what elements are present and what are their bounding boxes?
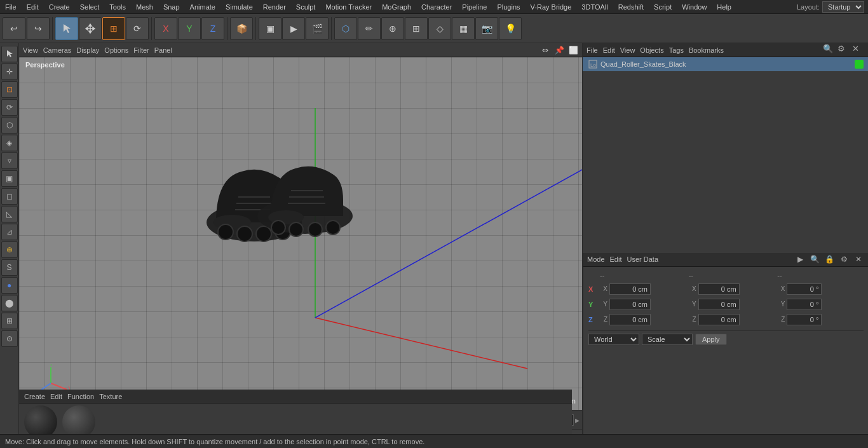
sb-tool10-btn[interactable]: ● [1, 277, 18, 294]
sb-tool4-btn[interactable]: ▣ [1, 170, 18, 187]
mode-select-btn[interactable] [55, 17, 78, 40]
viewport-canvas[interactable]: Perspective [19, 57, 582, 410]
menu-mesh[interactable]: Mesh [131, 2, 158, 12]
obj-menu-view[interactable]: View [620, 46, 635, 54]
vp-menu-cameras[interactable]: Cameras [43, 46, 72, 54]
menu-help[interactable]: Help [712, 2, 736, 12]
menu-tools[interactable]: Tools [104, 2, 131, 12]
world-dropdown[interactable]: World Object [588, 334, 639, 345]
vp-menu-view[interactable]: View [23, 46, 38, 54]
menu-mograph[interactable]: MoGraph [377, 2, 416, 12]
obj-menu-objects[interactable]: Objects [640, 46, 663, 54]
sb-tool11-btn[interactable]: ⬤ [1, 295, 18, 311]
coord-rot-y-input[interactable] [787, 299, 822, 310]
menu-simulate[interactable]: Simulate [220, 2, 258, 12]
sb-tool3-btn[interactable]: ▿ [1, 153, 18, 169]
menu-snap[interactable]: Snap [158, 2, 185, 12]
sb-tool8-btn[interactable]: ⊛ [1, 241, 18, 258]
timeline-expand-btn[interactable]: ▸ [575, 415, 580, 425]
layout-dropdown[interactable]: Startup [822, 1, 864, 13]
sb-tool5-btn[interactable]: ◻ [1, 188, 18, 205]
attr-menu-userdata[interactable]: User Data [627, 255, 659, 263]
coord-size-x-input[interactable] [698, 283, 740, 295]
view-poly-btn[interactable]: ◇ [428, 17, 451, 40]
vp-menu-display[interactable]: Display [76, 46, 99, 54]
sb-tool6-btn[interactable]: ◺ [1, 206, 18, 222]
obj-search-btn[interactable]: 🔍 [823, 44, 836, 57]
attr-ico-search[interactable]: 🔍 [808, 253, 821, 266]
view-uv-btn[interactable]: ▦ [452, 17, 475, 40]
sb-select-btn[interactable] [1, 46, 18, 62]
vp-icon-maximize[interactable]: ⬜ [568, 45, 578, 55]
undo-button[interactable]: ↩ [3, 17, 25, 40]
vp-menu-panel[interactable]: Panel [154, 46, 172, 54]
obj-menu-tags[interactable]: Tags [669, 46, 684, 54]
menu-sculpt[interactable]: Sculpt [291, 2, 321, 12]
axis-y-btn[interactable]: Y [178, 17, 201, 40]
mode-move-btn[interactable] [79, 17, 102, 40]
menu-redshift[interactable]: Redshift [613, 2, 649, 12]
scale-dropdown[interactable]: Scale [642, 334, 693, 345]
attr-ico-lock[interactable]: 🔒 [823, 253, 836, 266]
sb-scale-btn[interactable]: ⊡ [1, 81, 18, 98]
obj-close-btn[interactable]: ✕ [852, 44, 865, 57]
coord-rot-z-input[interactable] [787, 314, 822, 325]
sb-tool2-btn[interactable]: ◈ [1, 135, 18, 151]
mat-menu-texture[interactable]: Texture [99, 393, 122, 400]
coord-size-z-input[interactable] [698, 314, 740, 325]
view-grid-btn[interactable]: ⊞ [405, 17, 428, 40]
menu-pipeline[interactable]: Pipeline [457, 2, 492, 12]
obj-menu-edit[interactable]: Edit [603, 46, 615, 54]
mat-thumb-1[interactable] [24, 405, 57, 438]
axis-z-btn[interactable]: Z [201, 17, 224, 40]
sb-tool12-btn[interactable]: ⊞ [1, 313, 18, 329]
menu-file[interactable]: File [0, 2, 22, 12]
obj-menu-file[interactable]: File [587, 46, 598, 54]
apply-button[interactable]: Apply [695, 334, 727, 345]
coord-pos-z-input[interactable] [609, 314, 651, 325]
object-btn[interactable]: 📦 [230, 17, 253, 40]
menu-character[interactable]: Character [416, 2, 457, 12]
render-picture-viewer-btn[interactable]: 🎬 [306, 17, 329, 40]
attr-menu-edit[interactable]: Edit [610, 255, 622, 263]
mat-menu-function[interactable]: Function [67, 393, 94, 400]
menu-create[interactable]: Create [44, 2, 75, 12]
menu-script[interactable]: Script [649, 2, 677, 12]
vp-menu-options[interactable]: Options [104, 46, 128, 54]
attr-ico-close[interactable]: ✕ [852, 253, 865, 266]
sb-tool1-btn[interactable]: ⬡ [1, 117, 18, 133]
coord-rot-x-input[interactable] [787, 283, 822, 295]
menu-render[interactable]: Render [258, 2, 291, 12]
attr-ico-settings[interactable]: ⚙ [837, 253, 850, 266]
mode-scale-btn[interactable]: ⊞ [102, 17, 125, 40]
attr-ico-arrow[interactable]: ▶ [794, 253, 806, 266]
view-cam-btn[interactable]: 📷 [475, 17, 498, 40]
render-region-btn[interactable]: ▣ [259, 17, 281, 40]
obj-menu-bookmarks[interactable]: Bookmarks [689, 46, 724, 54]
menu-select[interactable]: Select [75, 2, 105, 12]
menu-motion-tracker[interactable]: Motion Tracker [320, 2, 377, 12]
mode-rotate-btn[interactable]: ⟳ [126, 17, 149, 40]
sb-tool7-btn[interactable]: ⊿ [1, 224, 18, 240]
sb-tool13-btn[interactable]: ⊙ [1, 330, 18, 347]
menu-animate[interactable]: Animate [185, 2, 220, 12]
view-perspective-btn[interactable]: ⬡ [334, 17, 357, 40]
vp-menu-filter[interactable]: Filter [133, 46, 149, 54]
obj-more-btn[interactable]: ⚙ [837, 44, 850, 57]
menu-window[interactable]: Window [677, 2, 712, 12]
mat-menu-create[interactable]: Create [24, 393, 45, 400]
obj-item-skates[interactable]: Lo Quad_Roller_Skates_Black [583, 57, 868, 71]
mat-menu-edit[interactable]: Edit [50, 393, 62, 400]
coord-pos-x-input[interactable] [609, 283, 651, 295]
view-pen-btn[interactable]: ✏ [358, 17, 381, 40]
render-active-btn[interactable]: ▶ [282, 17, 305, 40]
menu-3dtoall[interactable]: 3DTOAll [576, 2, 613, 12]
coord-size-y-input[interactable] [698, 299, 740, 310]
vp-icon-pin[interactable]: 📌 [554, 45, 564, 55]
menu-plugins[interactable]: Plugins [492, 2, 525, 12]
menu-edit[interactable]: Edit [22, 2, 44, 12]
view-snap-btn[interactable]: ⊕ [381, 17, 404, 40]
coord-pos-y-input[interactable] [609, 299, 651, 310]
redo-button[interactable]: ↪ [27, 17, 50, 40]
menu-vray[interactable]: V-Ray Bridge [526, 2, 577, 12]
